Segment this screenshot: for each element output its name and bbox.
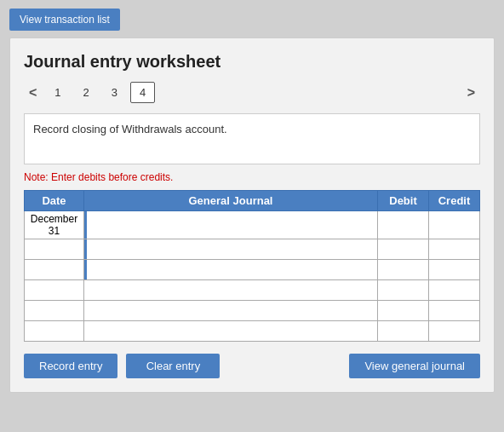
- credit-input-3[interactable]: [429, 260, 479, 279]
- page-2-button[interactable]: 2: [74, 82, 99, 103]
- col-general-journal: General Journal: [84, 191, 378, 211]
- pagination: < 1 2 3 4 >: [24, 82, 480, 103]
- page-4-button[interactable]: 4: [130, 82, 155, 103]
- col-date: Date: [25, 191, 84, 211]
- debit-input-4[interactable]: [378, 280, 428, 300]
- table-row: December31: [25, 211, 480, 239]
- debit-cell-2[interactable]: [378, 239, 429, 260]
- date-cell-5: [25, 301, 84, 321]
- clear-entry-button[interactable]: Clear entry: [126, 354, 220, 378]
- table-row: [25, 321, 480, 342]
- gj-input-1[interactable]: [84, 211, 377, 239]
- debit-cell-5[interactable]: [378, 301, 429, 321]
- credit-input-5[interactable]: [429, 301, 479, 320]
- page-next-button[interactable]: >: [462, 84, 480, 102]
- table-row: [25, 301, 480, 321]
- table-row: [25, 260, 480, 280]
- table-row: [25, 280, 480, 301]
- description-box: Record closing of Withdrawals account.: [24, 113, 480, 164]
- gj-input-6[interactable]: [84, 321, 377, 341]
- outer-container: View transaction list Journal entry work…: [9, 9, 495, 393]
- page-prev-button[interactable]: <: [24, 84, 42, 102]
- top-bar: View transaction list: [9, 9, 495, 31]
- debit-cell-4[interactable]: [378, 280, 429, 301]
- col-debit: Debit: [378, 191, 429, 211]
- gj-input-3[interactable]: [84, 260, 377, 279]
- credit-input-4[interactable]: [429, 280, 479, 300]
- credit-cell-3[interactable]: [429, 260, 480, 280]
- credit-cell-6[interactable]: [429, 321, 480, 342]
- debit-cell-6[interactable]: [378, 321, 429, 342]
- gj-input-4[interactable]: [84, 280, 377, 300]
- credit-cell-1[interactable]: [429, 211, 480, 239]
- gj-cell-2[interactable]: [84, 239, 378, 260]
- gj-cell-4[interactable]: [84, 280, 378, 301]
- page-3-button[interactable]: 3: [102, 82, 127, 103]
- gj-cell-6[interactable]: [84, 321, 378, 342]
- date-cell-3: [25, 260, 84, 280]
- debit-input-5[interactable]: [378, 301, 428, 320]
- worksheet-title: Journal entry worksheet: [24, 52, 480, 72]
- credit-cell-5[interactable]: [429, 301, 480, 321]
- credit-cell-2[interactable]: [429, 239, 480, 260]
- gj-cell-5[interactable]: [84, 301, 378, 321]
- journal-table: Date General Journal Debit Credit Decemb…: [24, 190, 480, 342]
- table-header-row: Date General Journal Debit Credit: [25, 191, 480, 211]
- debit-cell-3[interactable]: [378, 260, 429, 280]
- table-row: [25, 239, 480, 260]
- view-general-journal-button[interactable]: View general journal: [349, 354, 480, 378]
- date-cell-1: December31: [25, 211, 84, 239]
- record-entry-button[interactable]: Record entry: [24, 354, 117, 378]
- debit-cell-1[interactable]: [378, 211, 429, 239]
- credit-cell-4[interactable]: [429, 280, 480, 301]
- gj-cell-1[interactable]: [84, 211, 378, 239]
- credit-input-1[interactable]: [429, 211, 479, 239]
- gj-cell-3[interactable]: [84, 260, 378, 280]
- debit-input-6[interactable]: [378, 321, 428, 341]
- debit-input-1[interactable]: [378, 211, 428, 239]
- view-transaction-button[interactable]: View transaction list: [9, 9, 120, 31]
- gj-input-2[interactable]: [84, 239, 377, 259]
- debit-input-3[interactable]: [378, 260, 428, 279]
- debit-input-2[interactable]: [378, 239, 428, 259]
- col-credit: Credit: [429, 191, 480, 211]
- note-text: Note: Enter debits before credits.: [24, 171, 480, 183]
- gj-input-5[interactable]: [84, 301, 377, 320]
- credit-input-6[interactable]: [429, 321, 479, 341]
- date-cell-2: [25, 239, 84, 260]
- buttons-row: Record entry Clear entry View general jo…: [24, 354, 480, 378]
- date-cell-4: [25, 280, 84, 301]
- main-card: Journal entry worksheet < 1 2 3 4 > Reco…: [9, 37, 495, 393]
- page-1-button[interactable]: 1: [45, 82, 70, 103]
- date-cell-6: [25, 321, 84, 342]
- credit-input-2[interactable]: [429, 239, 479, 259]
